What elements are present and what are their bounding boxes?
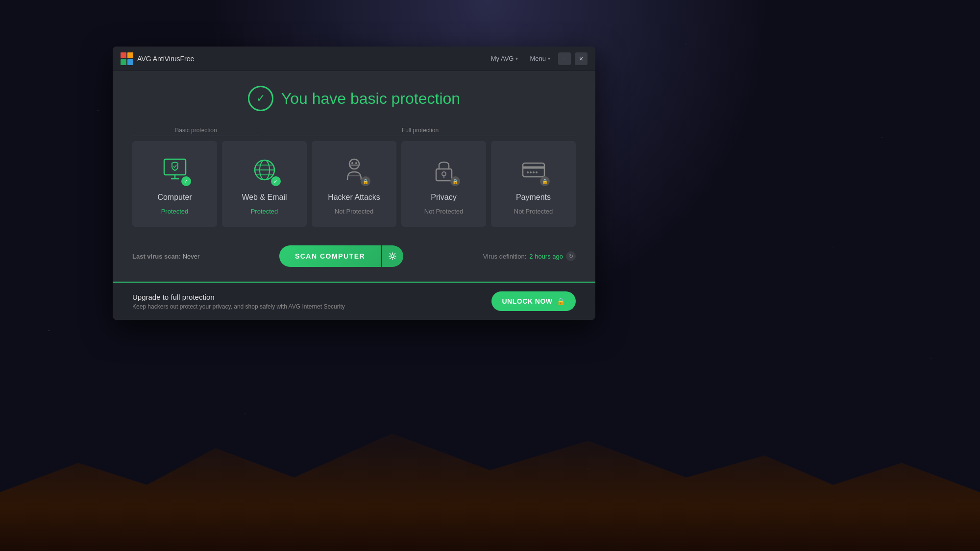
unlock-now-button[interactable]: UNLOCK NOW 🔒 — [491, 291, 576, 311]
payments-card-title: Payments — [516, 193, 551, 202]
app-title: AVG AntiVirusFree — [137, 55, 194, 63]
virus-def-time: 2 hours ago — [529, 253, 563, 260]
chevron-down-icon: ▾ — [548, 56, 550, 61]
action-bar: Last virus scan: Never SCAN COMPUTER Vir… — [132, 240, 576, 267]
close-button[interactable]: × — [575, 52, 588, 65]
status-header: ✓ You have basic protection — [132, 86, 576, 111]
app-logo-area: AVG AntiVirusFree — [121, 52, 487, 65]
svg-point-23 — [530, 171, 532, 173]
privacy-card-status: Not Protected — [424, 208, 464, 215]
basic-protection-label: Basic protection — [175, 127, 217, 134]
computer-card-status: Protected — [161, 208, 189, 215]
main-content: ✓ You have basic protection Basic protec… — [113, 71, 595, 282]
svg-point-26 — [391, 255, 394, 258]
web-email-icon-area: ✓ — [247, 153, 282, 187]
lock-icon: 🔒 — [557, 297, 565, 305]
scan-button-container: SCAN COMPUTER — [279, 245, 403, 267]
chevron-down-icon: ▾ — [515, 56, 518, 61]
hacker-attacks-card[interactable]: 🔒 Hacker Attacks Not Protected — [312, 141, 396, 227]
avg-logo-icon — [121, 52, 133, 65]
web-email-card[interactable]: ✓ Web & Email Protected — [222, 141, 307, 227]
check-badge-icon: ✓ — [271, 176, 281, 186]
web-email-card-title: Web & Email — [242, 193, 287, 202]
computer-icon-area: ✓ — [158, 153, 192, 187]
status-message: You have basic protection — [281, 90, 460, 108]
status-circle-icon: ✓ — [248, 86, 273, 111]
svg-rect-2 — [121, 59, 126, 65]
upgrade-description: Keep hackers out protect your privacy, a… — [132, 303, 345, 310]
title-bar-controls: My AVG ▾ Menu ▾ − × — [487, 52, 588, 65]
computer-card-title: Computer — [157, 193, 192, 202]
minimize-button[interactable]: − — [558, 52, 571, 65]
privacy-card-title: Privacy — [431, 193, 456, 202]
svg-point-22 — [527, 171, 529, 173]
svg-point-24 — [533, 171, 535, 173]
svg-point-18 — [442, 172, 446, 176]
computer-card[interactable]: ✓ Computer Protected — [132, 141, 217, 227]
upgrade-bar: Upgrade to full protection Keep hackers … — [113, 282, 595, 320]
svg-rect-17 — [436, 169, 452, 181]
lock-badge-icon: 🔒 — [450, 176, 460, 186]
svg-rect-0 — [121, 52, 126, 58]
payments-card-status: Not Protected — [514, 208, 553, 215]
svg-point-15 — [355, 162, 357, 164]
svg-point-25 — [536, 171, 538, 173]
virus-definition-info: Virus definition: 2 hours ago ↻ — [483, 251, 576, 261]
refresh-icon[interactable]: ↻ — [566, 251, 576, 261]
web-email-card-status: Protected — [251, 208, 278, 215]
my-avg-button[interactable]: My AVG ▾ — [487, 53, 522, 64]
scan-computer-button[interactable]: SCAN COMPUTER — [279, 245, 381, 267]
hacker-attacks-card-status: Not Protected — [335, 208, 374, 215]
full-protection-label: Full protection — [402, 127, 439, 134]
upgrade-title: Upgrade to full protection — [132, 293, 345, 301]
svg-rect-3 — [127, 59, 133, 65]
cards-row: ✓ Computer Protected — [132, 141, 576, 227]
title-bar: AVG AntiVirusFree My AVG ▾ Menu ▾ − × — [113, 47, 595, 71]
settings-icon — [389, 252, 396, 260]
app-window: AVG AntiVirusFree My AVG ▾ Menu ▾ − × ✓ … — [113, 47, 595, 320]
hacker-attacks-card-title: Hacker Attacks — [328, 193, 380, 202]
lock-badge-icon: 🔒 — [540, 176, 550, 186]
menu-button[interactable]: Menu ▾ — [526, 53, 554, 64]
last-scan-info: Last virus scan: Never — [132, 253, 199, 260]
lock-badge-icon: 🔒 — [361, 176, 370, 186]
upgrade-text: Upgrade to full protection Keep hackers … — [132, 293, 345, 310]
check-badge-icon: ✓ — [181, 176, 191, 186]
hacker-attacks-icon-area: 🔒 — [337, 153, 371, 187]
svg-point-12 — [349, 159, 359, 169]
protection-section: Basic protection Full protection — [132, 127, 576, 227]
svg-rect-1 — [127, 52, 133, 58]
privacy-icon-area: 🔒 — [427, 153, 461, 187]
svg-point-14 — [351, 162, 353, 164]
payments-card[interactable]: 🔒 Payments Not Protected — [491, 141, 576, 227]
svg-rect-20 — [523, 163, 544, 177]
privacy-card[interactable]: 🔒 Privacy Not Protected — [401, 141, 486, 227]
scan-settings-button[interactable] — [382, 245, 403, 267]
payments-icon-area: 🔒 — [516, 153, 551, 187]
